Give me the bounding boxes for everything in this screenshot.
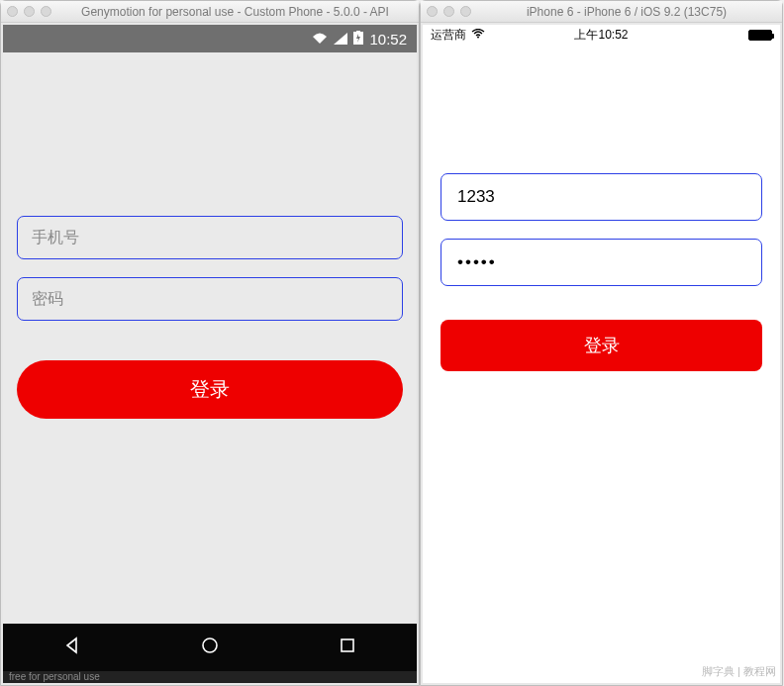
ios-titlebar: iPhone 6 - iPhone 6 / iOS 9.2 (13C75) [421,1,782,23]
android-time: 10:52 [369,31,407,48]
signal-icon [334,31,347,48]
battery-icon [353,31,363,48]
login-button[interactable]: 登录 [441,320,762,371]
ios-screen: 运营商 上午10:52 登录 脚字典 | 教程网 [423,25,780,683]
home-icon[interactable] [199,635,221,660]
genymotion-footer-text: free for personal use [9,671,100,682]
zoom-dot[interactable] [460,6,471,17]
phone-input[interactable] [17,216,403,259]
close-dot[interactable] [427,6,438,17]
svg-rect-3 [342,639,353,651]
genymotion-title: Genymotion for personal use - Custom Pho… [57,5,413,19]
password-input[interactable] [17,277,403,321]
battery-icon [748,30,772,41]
zoom-dot[interactable] [41,6,51,17]
ios-simulator-window: iPhone 6 - iPhone 6 / iOS 9.2 (13C75) 运营… [420,0,783,686]
wifi-icon [312,31,328,48]
ios-time: 上午10:52 [423,27,780,44]
minimize-dot[interactable] [24,6,35,17]
password-input[interactable] [441,239,762,286]
login-button[interactable]: 登录 [17,360,403,419]
ios-login-form: 登录 [423,45,780,683]
back-icon[interactable] [61,635,83,660]
svg-rect-1 [356,31,360,33]
watermark: 脚字典 | 教程网 [702,664,776,679]
android-statusbar: 10:52 [3,25,417,52]
android-login-form: 登录 [3,52,417,624]
genymotion-footer: free for personal use [3,671,417,683]
svg-point-2 [203,638,217,652]
phone-input[interactable] [441,173,762,221]
genymotion-window: Genymotion for personal use - Custom Pho… [0,0,420,686]
ios-statusbar: 运营商 上午10:52 [423,25,780,45]
android-navbar [3,624,417,671]
minimize-dot[interactable] [443,6,454,17]
ios-title: iPhone 6 - iPhone 6 / iOS 9.2 (13C75) [477,5,776,19]
recent-icon[interactable] [337,635,358,660]
genymotion-titlebar: Genymotion for personal use - Custom Pho… [1,1,419,23]
close-dot[interactable] [7,6,18,17]
android-screen: 10:52 登录 free for personal use [3,25,417,683]
